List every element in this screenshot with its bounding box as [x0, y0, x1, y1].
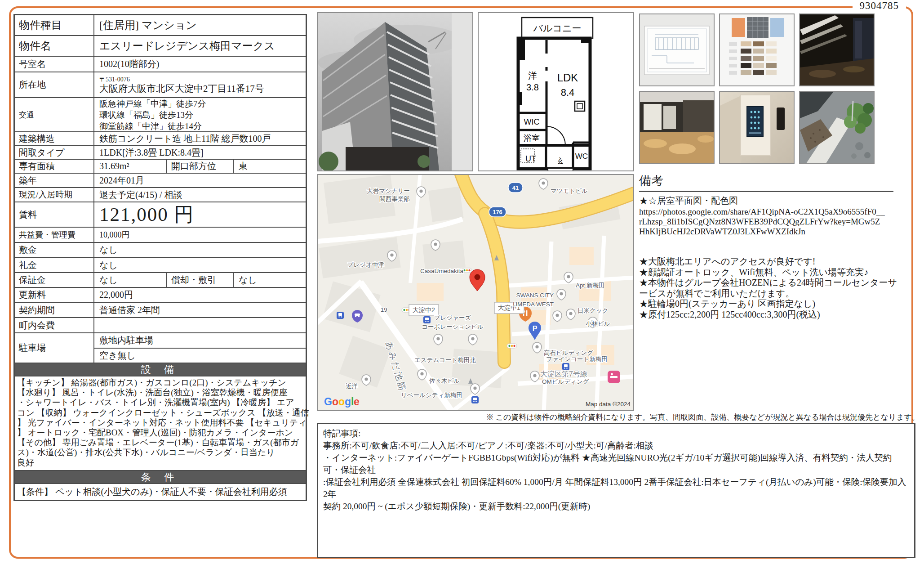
room-size: 3.8	[526, 82, 539, 92]
map-label: OMビルディング	[542, 378, 589, 385]
room-interior-photo	[640, 92, 714, 163]
table-row: 保証金 なし 償却・敷引 なし	[15, 273, 306, 288]
conditions-section-header: 条 件	[15, 470, 306, 484]
remarks-divider	[639, 191, 893, 192]
wc-label: WC	[575, 152, 588, 161]
map-label: 19	[381, 306, 387, 313]
building-photo-box	[317, 12, 473, 171]
bath-label: 浴室	[524, 134, 540, 143]
special-notes-title: 特記事項:	[323, 427, 909, 439]
special-notes-line: ・インターネット:ファイバーゲートFGBB1Gbps(Wifi対応)が無料 ★高…	[323, 452, 909, 476]
row-label: 所在地	[15, 72, 94, 97]
thumbnail-planter	[799, 91, 875, 164]
room-label: 洋	[528, 71, 537, 81]
remarks-bullet: ★顔認証オートロック、Wifi無料、ペット洗い場等充実♪	[639, 267, 905, 278]
row-value: 22,000円	[94, 288, 306, 302]
map-label: マツモトビル	[551, 188, 588, 194]
map-label: CasaUmedakita	[420, 268, 464, 274]
row-value: エスリードレジデンス梅田マークス	[94, 36, 306, 56]
google-logo: G o o g l e	[324, 396, 360, 408]
wic-label: WIC	[524, 117, 540, 126]
row-value: 敷地内駐車場 空き無し	[94, 333, 306, 363]
building-photo	[318, 13, 472, 170]
transit-line: 阪急神戸線「中津」徒歩7分	[99, 98, 206, 109]
map-label: エステムコート梅田北	[414, 357, 476, 363]
property-sheet-page: 9304785 物件種目 [住居用] マンション 物件名 エスリードレジデンス梅…	[0, 0, 924, 569]
table-row: 物件名 エスリードレジデンス梅田マークス	[15, 36, 306, 57]
map-label: 小林ビル	[586, 320, 610, 327]
ut-label: UT	[525, 154, 536, 163]
route-shield-176: 176	[489, 207, 506, 217]
table-row: 町内会費	[15, 318, 306, 333]
table-row: 専有面積 31.69m² 開口部方位 東	[15, 160, 306, 174]
table-row: 築年 2024年01月	[15, 174, 306, 188]
remarks-bullet: ★本物件はグループ会社HOZENによる24時間コールセンターサービスが無料でご利…	[639, 278, 905, 299]
google-map: P 41 176 大淀中2	[318, 175, 633, 410]
site-plan-document-photo	[640, 14, 714, 85]
thumbnail-site-plan	[639, 13, 715, 86]
row-label: 現況/入居時期	[15, 188, 94, 202]
row-label: 償却・敷引	[166, 273, 234, 287]
row-label: 共益費・管理費	[15, 228, 94, 242]
row-value: [住居用] マンション	[94, 15, 306, 35]
table-row: 物件種目 [住居用] マンション	[15, 15, 306, 36]
map-label: 関西事業部	[380, 196, 410, 202]
map-label: 日米クック	[578, 307, 608, 314]
table-row: 所在地 〒531-0076 大阪府大阪市北区大淀中2丁目11番17号	[15, 72, 306, 98]
row-label: 物件種目	[15, 15, 94, 35]
remarks-line: ★☆居室平面図・配色図	[639, 196, 905, 206]
row-value: 阪急神戸線「中津」徒歩7分 環状線「福島」徒歩13分 御堂筋線「中津」徒歩14分	[94, 98, 306, 131]
svg-text:g: g	[345, 396, 351, 408]
row-value: 鉄筋コンクリート造 地上11階 総戸数100戸	[94, 132, 306, 145]
thumbnail-color-chart	[719, 13, 795, 86]
location-map-box: P 41 176 大淀中2	[317, 174, 634, 411]
row-label: 更新料	[15, 288, 94, 302]
intercom-keypad-photo	[720, 92, 794, 163]
svg-text:P: P	[533, 325, 538, 332]
photo-share-url[interactable]: https://photos.google.com/share/AF1QipNA…	[639, 207, 885, 237]
map-street-label: 大淀区第7号線	[540, 370, 587, 378]
special-notes-line: 事務所:不可/飲食店:不可/二人入居:不可/ピアノ:不可/楽器:不可/小型犬:可…	[323, 439, 909, 452]
thumbnail-keypad	[719, 91, 795, 164]
row-value: 1002(10階部分)	[94, 57, 306, 72]
row-value: なし	[94, 258, 306, 272]
row-label: 開口部方位	[166, 160, 234, 173]
table-row: 賃料 121,000 円	[15, 202, 306, 228]
thumbnail-entrance-hall	[799, 13, 875, 86]
row-label: 賃料	[15, 202, 94, 227]
property-table: 物件種目 [住居用] マンション 物件名 エスリードレジデンス梅田マークス 号室…	[13, 14, 307, 501]
row-value: 退去予定(4/15) / 相談	[94, 188, 306, 202]
table-row: 更新料 22,000円	[15, 288, 306, 303]
remarks-bullet: ★駐輪場0円(ステッカーあり 区画指定なし)	[639, 299, 905, 309]
map-label: リベールシティ新梅田	[401, 392, 462, 399]
balcony-label: バルコニー	[533, 23, 582, 33]
parking-availability: 空き無し	[94, 349, 306, 363]
row-label: 号室名	[15, 57, 94, 72]
postal-code: 〒531-0076	[99, 76, 130, 83]
row-label: 間取タイプ	[15, 146, 94, 159]
map-label: プレジオ中津	[347, 261, 384, 268]
svg-text:o: o	[332, 396, 338, 408]
row-value: なし	[234, 273, 306, 287]
svg-text:o: o	[338, 396, 345, 408]
table-row: 建築構造 鉄筋コンクリート造 地上11階 総戸数100戸	[15, 132, 306, 146]
row-label: 町内会費	[15, 318, 94, 332]
svg-text:大淀中2: 大淀中2	[413, 306, 435, 314]
table-row: 共益費・管理費 10,000円	[15, 228, 306, 243]
remarks-bullet: ★大阪梅北エリアへのアクセスが良好です!	[639, 256, 905, 267]
row-value	[94, 318, 306, 332]
table-row: 敷金 なし	[15, 243, 306, 258]
map-label: 近洋	[346, 383, 358, 390]
remarks-bullet: ★原付125cc:2,200円 125cc400cc:3,300円(税込)	[639, 309, 905, 320]
special-notes-line: 契約 20,000円 ~ (エポス少額短期保険)・更新手数料:22,000円(更…	[323, 500, 909, 512]
row-label: 交通	[15, 98, 94, 131]
row-label: 物件名	[15, 36, 94, 56]
address: 大阪府大阪市北区大淀中2丁目11番17号	[99, 83, 264, 94]
thumbnail-room-interior	[639, 91, 715, 164]
row-value: 東	[234, 160, 306, 173]
exterior-planter-photo	[800, 92, 874, 163]
map-label: 佐々木ビル	[429, 377, 460, 384]
ldk-label: LDK	[557, 72, 578, 84]
svg-text:G: G	[324, 396, 332, 408]
row-label: 専有面積	[15, 160, 94, 173]
